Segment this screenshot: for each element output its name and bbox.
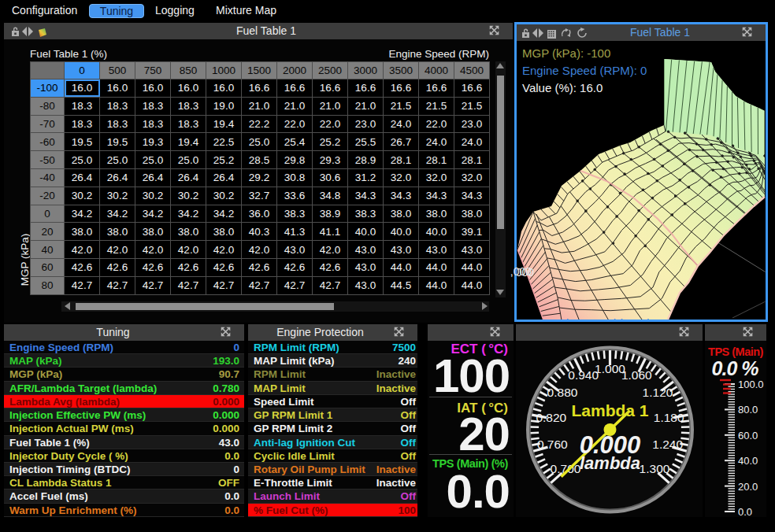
svg-text:40.0: 40.0 [738,455,758,467]
svg-text:0.820: 0.820 [536,411,566,424]
svg-text:100.0: 100.0 [738,379,764,390]
svg-text:Lambda 1: Lambda 1 [571,401,648,419]
svg-text:lambda: lambda [580,453,640,473]
svg-text:1.060: 1.060 [621,368,652,382]
svg-text:1.240: 1.240 [652,438,683,451]
svg-text:0.880: 0.880 [547,386,578,399]
svg-text:1.300: 1.300 [640,462,670,475]
svg-text:1.180: 1.180 [654,411,684,424]
svg-text:20.0: 20.0 [738,481,758,493]
svg-text:60.0: 60.0 [738,430,758,441]
svg-text:0.0: 0.0 [738,506,752,518]
svg-text:0.760: 0.760 [537,438,568,451]
svg-text:1.120: 1.120 [643,386,673,399]
svg-text:80.0: 80.0 [738,404,758,416]
